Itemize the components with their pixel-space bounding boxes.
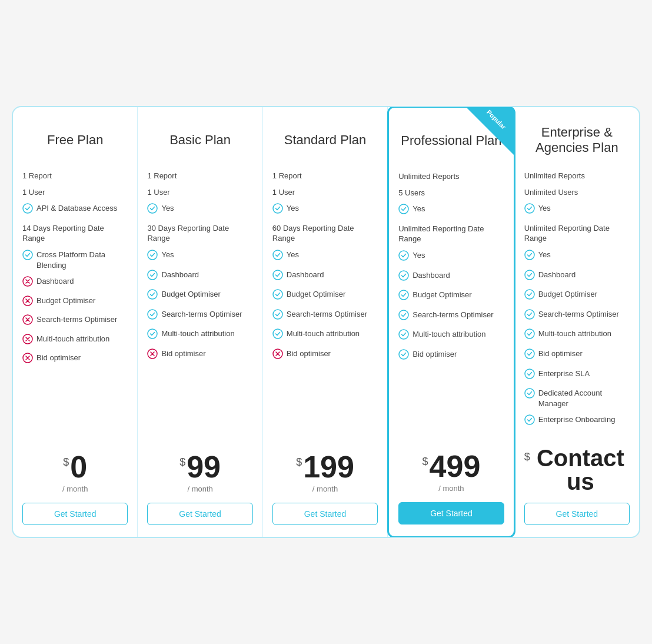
get-started-button-standard[interactable]: Get Started (272, 503, 378, 525)
feature-item: Yes (272, 203, 378, 217)
feature-item: Bid optimiser (398, 349, 504, 363)
svg-point-24 (399, 290, 408, 300)
feature-item: Dashboard (398, 270, 504, 284)
feature-text: Yes (538, 250, 551, 260)
feature-text: Multi-touch attribution (538, 328, 611, 339)
feature-item: 1 User (147, 187, 252, 198)
feature-text: Bid optimiser (538, 348, 583, 359)
feature-item: Dashboard (147, 270, 252, 284)
plan-card-enterprise: Enterprise & Agencies PlanUnlimited Repo… (515, 107, 639, 537)
feature-item: Search-terms Optimiser (147, 309, 252, 323)
feature-item: Bid optimiser (272, 348, 378, 362)
check-icon (147, 328, 158, 343)
feature-text: Dashboard (538, 270, 576, 280)
check-icon (524, 348, 535, 363)
svg-point-15 (273, 250, 282, 260)
check-icon (524, 309, 535, 323)
get-started-button-enterprise[interactable]: Get Started (524, 503, 630, 525)
cross-icon (22, 314, 33, 328)
features-list-professional: Unlimited Reports5 UsersYesUnlimited Rep… (398, 171, 504, 439)
feature-item: Budget Optimiser (272, 289, 378, 303)
feature-text: Search-terms Optimiser (161, 309, 242, 320)
feature-item: Bid optimiser (147, 348, 252, 362)
get-started-button-free[interactable]: Get Started (22, 503, 128, 525)
cross-icon (147, 348, 158, 362)
svg-point-17 (273, 290, 282, 299)
check-icon (272, 309, 283, 323)
feature-item: Yes (272, 250, 378, 264)
feature-text: Search-terms Optimiser (287, 309, 367, 320)
feature-text: Bid optimiser (36, 353, 81, 363)
plan-title-standard: Standard Plan (272, 121, 378, 159)
svg-point-0 (23, 204, 32, 213)
check-icon (272, 270, 283, 284)
feature-item: Multi-touch attribution (272, 328, 378, 343)
plan-title-basic: Basic Plan (147, 121, 252, 159)
check-icon (524, 388, 535, 402)
check-icon (147, 309, 158, 323)
check-icon (524, 250, 535, 264)
feature-item: 14 Days Reporting Date Range (22, 223, 128, 244)
feature-item: Dashboard (22, 276, 128, 290)
price-dollar: $ (179, 456, 185, 469)
price-amount: Contact us (531, 446, 630, 493)
feature-item: Cross Platform Data Blending (22, 250, 128, 270)
svg-point-16 (273, 270, 282, 280)
feature-item: Bid optimiser (22, 353, 128, 366)
check-icon (22, 250, 33, 264)
price-wrapper: $0 (22, 452, 128, 482)
feature-item: Search-terms Optimiser (22, 314, 128, 328)
features-list-enterprise: Unlimited ReportsUnlimited UsersYesUnlim… (524, 171, 630, 434)
price-amount: 199 (303, 452, 354, 482)
price-section-standard: $199/ month (272, 452, 378, 493)
check-icon (147, 289, 158, 303)
feature-text: Multi-touch attribution (161, 328, 234, 339)
feature-text: Bid optimiser (413, 349, 457, 360)
check-icon (524, 270, 535, 284)
check-icon (524, 289, 535, 303)
pricing-table: Free Plan1 Report1 UserAPI & Database Ac… (12, 106, 640, 538)
price-dollar: $ (423, 456, 428, 468)
feature-text: Enterprise Onboarding (538, 414, 616, 425)
check-icon (272, 289, 283, 303)
feature-text: Multi-touch attribution (36, 334, 109, 344)
feature-item: 30 Days Reporting Date Range (147, 223, 252, 244)
svg-point-8 (148, 250, 157, 260)
price-section-enterprise: $Contact us (524, 446, 630, 493)
get-started-button-basic[interactable]: Get Started (147, 503, 252, 525)
feature-text: Yes (538, 203, 551, 214)
check-icon (524, 328, 535, 343)
price-dollar: $ (296, 456, 302, 469)
feature-text: Budget Optimiser (287, 289, 345, 300)
feature-text: Yes (161, 203, 174, 214)
feature-item: Budget Optimiser (147, 289, 252, 303)
check-icon (524, 414, 535, 429)
svg-point-21 (399, 204, 408, 214)
feature-item: Enterprise Onboarding (524, 414, 630, 429)
cross-icon (272, 348, 283, 362)
price-period: / month (272, 484, 378, 493)
feature-item: Budget Optimiser (22, 296, 128, 309)
svg-point-9 (148, 270, 157, 280)
check-icon (524, 369, 535, 383)
plan-card-standard: Standard Plan1 Report1 UserYes60 Days Re… (263, 107, 388, 537)
svg-point-7 (148, 204, 157, 213)
svg-point-30 (525, 270, 534, 280)
feature-text: Dedicated Account Manager (538, 388, 630, 409)
features-list-basic: 1 Report1 UserYes30 Days Reporting Date … (147, 171, 252, 440)
price-amount: 499 (430, 451, 481, 482)
feature-item: API & Database Access (22, 203, 128, 217)
feature-item: Enterprise SLA (524, 369, 630, 383)
price-period: / month (22, 484, 128, 493)
check-icon (398, 290, 409, 304)
check-icon (147, 250, 158, 264)
feature-item: 1 User (272, 187, 378, 198)
get-started-button-professional[interactable]: Get Started (398, 502, 504, 525)
check-icon (147, 203, 158, 217)
feature-item: 1 Report (147, 171, 252, 181)
svg-point-28 (525, 204, 534, 213)
feature-text: Yes (413, 204, 425, 214)
feature-text: Dashboard (36, 276, 74, 287)
svg-point-31 (525, 290, 534, 299)
price-section-professional: $499/ month (398, 451, 504, 493)
